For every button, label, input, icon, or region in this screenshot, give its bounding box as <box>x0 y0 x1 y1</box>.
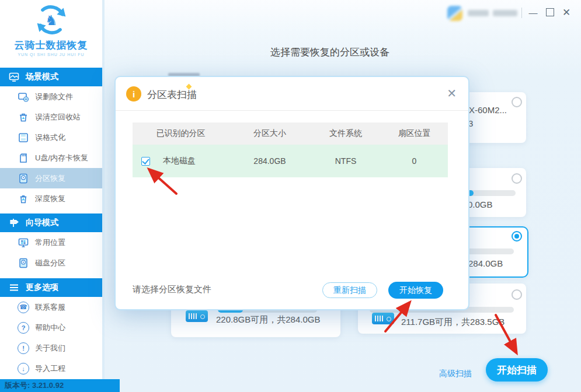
sidebar-item-label: 导入工程 <box>35 363 65 374</box>
sidebar-item-partition-recovery[interactable]: 分区恢复 <box>0 168 102 188</box>
sidebar-item-deep-recovery[interactable]: 深度恢复 <box>0 188 102 209</box>
exclamation-mark-icon: ! <box>18 342 29 354</box>
partition-table-scan-dialog: i 分区表扫描 ✕ 已识别的分区 分区大小 文件系统 扇区位置 本地磁盘 284… <box>114 76 469 310</box>
section-header-label: 向导模式 <box>26 218 58 228</box>
drive-icon <box>372 313 394 324</box>
sidebar-divider <box>102 0 105 379</box>
close-window-button[interactable]: ✕ <box>559 6 573 19</box>
hard-disk-icon <box>18 173 29 184</box>
version-label: 版本号: 3.21.0.92 <box>0 379 120 392</box>
more-options-items: ☎ 联系客服 ? 帮助中心 ! 关于我们 ↓ 导入工程 <box>0 297 102 379</box>
column-header: 分区大小 <box>229 128 311 139</box>
sidebar-item-contact-support[interactable]: ☎ 联系客服 <box>0 297 102 317</box>
scene-mode-items: 误删除文件 误清空回收站 误格式化 <box>0 86 102 209</box>
maximize-button[interactable] <box>543 6 557 19</box>
guide-mode-signpost-icon <box>8 217 20 229</box>
maximize-icon <box>546 8 554 16</box>
sidebar-item-emptied-recycle-bin[interactable]: 误清空回收站 <box>0 107 102 127</box>
device-capacity-info: 211.7GB可用，共283.5GB <box>401 317 505 328</box>
column-header: 扇区位置 <box>381 128 448 139</box>
partition-sector: 0 <box>381 156 448 166</box>
sidebar-item-label: 联系客服 <box>35 302 65 313</box>
sidebar-item-usb-card-recovery[interactable]: U盘/内存卡恢复 <box>0 148 102 168</box>
minimize-icon: — <box>529 8 538 18</box>
import-arrow-icon: ↓ <box>18 363 29 374</box>
deep-recovery-trash-icon <box>18 193 29 205</box>
section-guide-mode[interactable]: 向导模式 <box>0 214 102 232</box>
table-row[interactable]: 本地磁盘 284.0GB NTFS 0 <box>133 145 448 177</box>
sidebar-item-label: U盘/内存卡恢复 <box>35 153 88 163</box>
sd-card-icon <box>18 152 29 164</box>
partition-filesystem: NTFS <box>311 156 381 166</box>
sidebar-item-disk-partition[interactable]: 磁盘分区 <box>0 253 102 273</box>
blurred-promo-text <box>468 10 489 16</box>
app-logo: ♞ 云骑士数据恢复 YUN QI SHI SHU JU HUI FU <box>0 0 102 68</box>
advanced-scan-link[interactable]: 高级扫描 <box>439 369 472 379</box>
sidebar-item-about-us[interactable]: ! 关于我们 <box>0 338 102 358</box>
section-header-label: 场景模式 <box>26 72 58 82</box>
dialog-header-divider <box>116 110 468 111</box>
blurred-promo-icon <box>447 6 462 21</box>
sidebar-item-common-locations[interactable]: 常用位置 <box>0 232 102 253</box>
logo-subtitle: YUN QI SHI SHU JU HUI FU <box>0 52 102 57</box>
column-header: 已识别的分区 <box>133 128 229 139</box>
sidebar-item-label: 误清空回收站 <box>35 112 81 123</box>
close-icon: ✕ <box>562 6 570 19</box>
scene-mode-icon <box>8 71 20 83</box>
sidebar-item-label: 分区恢复 <box>35 173 65 184</box>
logo-title: 云骑士数据恢复 <box>0 40 102 51</box>
hamburger-menu-icon <box>8 282 20 293</box>
rescan-button[interactable]: 重新扫描 <box>322 282 377 298</box>
titlebar-divider <box>521 8 522 18</box>
sidebar-item-formatted[interactable]: 误格式化 <box>0 127 102 148</box>
recycle-bin-icon <box>18 111 29 123</box>
column-header: 文件系统 <box>311 128 381 139</box>
start-recovery-button[interactable]: 开始恢复 <box>388 282 443 299</box>
blurred-promo-text <box>493 10 517 16</box>
device-size-fragment: 284.0GB <box>468 258 503 268</box>
dialog-hint-text: 请选择分区恢复文件 <box>133 284 211 295</box>
sidebar: ♞ 云骑士数据恢复 YUN QI SHI SHU JU HUI FU 场景模式 … <box>0 0 102 392</box>
phone-icon: ☎ <box>18 302 29 313</box>
partition-table: 已识别的分区 分区大小 文件系统 扇区位置 本地磁盘 284.0GB NTFS … <box>133 123 448 177</box>
sidebar-item-label: 关于我们 <box>35 343 65 354</box>
question-mark-icon: ? <box>18 322 29 334</box>
device-title-fragment: X-60M2... <box>469 105 507 115</box>
device-capacity-info: 220.8GB可用，共284.0GB <box>216 314 320 326</box>
sidebar-item-import-project[interactable]: ↓ 导入工程 <box>0 358 102 379</box>
table-header-row: 已识别的分区 分区大小 文件系统 扇区位置 <box>133 123 448 145</box>
logo-circular-arrows-icon: ♞ <box>33 2 69 37</box>
info-icon: i <box>126 86 141 102</box>
partition-checkbox-checked[interactable] <box>141 157 150 166</box>
sidebar-item-label: 帮助中心 <box>35 323 65 333</box>
radio-unselected[interactable] <box>512 289 522 300</box>
svg-text:♞: ♞ <box>45 12 58 28</box>
section-header-label: 更多选项 <box>26 282 58 293</box>
radio-selected[interactable] <box>512 231 522 242</box>
sidebar-item-label: 深度恢复 <box>35 194 65 204</box>
section-scene-mode[interactable]: 场景模式 <box>0 68 102 86</box>
monitor-windows-icon <box>18 237 29 249</box>
sidebar-item-undelete-files[interactable]: 误删除文件 <box>0 86 102 107</box>
radio-unselected[interactable] <box>512 97 522 107</box>
sidebar-item-help-center[interactable]: ? 帮助中心 <box>0 317 102 338</box>
partition-size: 284.0GB <box>229 156 311 166</box>
device-size-fragment: 0.0GB <box>468 200 493 209</box>
app-window: ♞ 云骑士数据恢复 YUN QI SHI SHU JU HUI FU 场景模式 … <box>0 0 581 392</box>
guide-mode-items: 常用位置 磁盘分区 <box>0 232 102 273</box>
sidebar-item-label: 常用位置 <box>35 237 65 248</box>
close-dialog-button[interactable]: ✕ <box>447 86 457 100</box>
partition-name: 本地磁盘 <box>163 156 196 166</box>
floppy-disk-icon <box>18 132 29 144</box>
deleted-file-icon <box>18 91 29 103</box>
sidebar-item-label: 误删除文件 <box>35 92 73 102</box>
sidebar-item-label: 磁盘分区 <box>35 258 65 268</box>
page-title: 选择需要恢复的分区或设备 <box>143 46 517 59</box>
start-scan-button[interactable]: 开始扫描 <box>486 358 548 382</box>
section-more-options[interactable]: 更多选项 <box>0 278 102 297</box>
radio-unselected[interactable] <box>512 173 522 184</box>
dialog-title: 分区表扫描 <box>147 88 197 102</box>
minimize-button[interactable]: — <box>526 6 540 19</box>
drive-icon <box>186 310 208 322</box>
sidebar-item-label: 误格式化 <box>35 132 65 143</box>
